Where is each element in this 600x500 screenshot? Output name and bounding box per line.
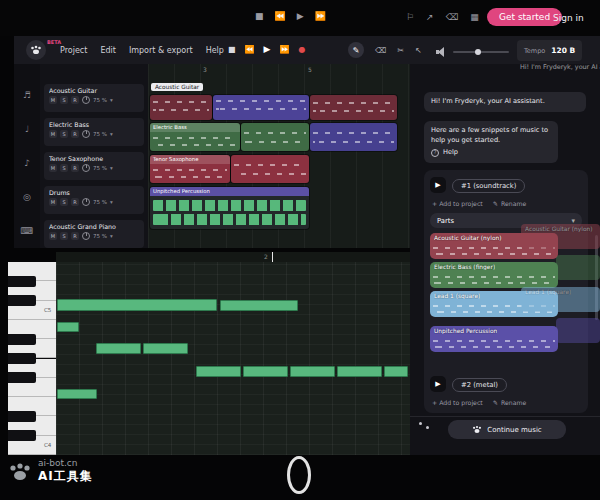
clip-guitar-1[interactable]: [150, 95, 212, 120]
volume-knob[interactable]: [82, 164, 90, 172]
mute-button[interactable]: M: [49, 96, 57, 104]
tempo-control[interactable]: Tempo 120 B: [517, 40, 582, 61]
snippet-2-title[interactable]: #2 (metal): [452, 378, 507, 392]
record-icon[interactable]: ●: [298, 45, 305, 54]
part-card-unpitched-percussion[interactable]: Unpitched Percussion: [430, 326, 558, 352]
piano-key-black[interactable]: [8, 372, 36, 383]
menu-project[interactable]: Project: [60, 46, 87, 55]
drums-icon[interactable]: ◎: [14, 192, 40, 202]
solo-button[interactable]: S: [60, 130, 68, 138]
chevron-down-icon[interactable]: ▾: [110, 199, 113, 205]
arrangement-ruler-mark[interactable]: 3: [203, 66, 207, 73]
midi-note[interactable]: [96, 343, 141, 354]
chevron-down-icon[interactable]: ▾: [110, 165, 113, 171]
piano-key-black[interactable]: [8, 295, 36, 306]
guitar-icon[interactable]: ♬: [14, 90, 40, 100]
mute-button[interactable]: M: [49, 198, 57, 206]
record-arm-button[interactable]: R: [71, 96, 79, 104]
record-arm-button[interactable]: R: [71, 232, 79, 240]
track-row-drums[interactable]: Drums M S R 75 % ▾: [44, 186, 144, 214]
mute-button[interactable]: M: [49, 130, 57, 138]
part-card-electric-bass[interactable]: Electric Bass (finger): [430, 262, 558, 288]
midi-note[interactable]: [220, 300, 298, 311]
piano-key-black[interactable]: [8, 411, 36, 422]
clip-percussion[interactable]: Unpitched Percussion: [150, 187, 309, 229]
clip-bass-1[interactable]: Electric Bass: [150, 123, 240, 151]
piano-keyboard[interactable]: C5 C4: [8, 262, 56, 455]
track-row-acoustic-grand-piano[interactable]: Acoustic Grand Piano M S R 75 % ▾: [44, 220, 144, 248]
piano-icon[interactable]: ⌨: [14, 226, 40, 236]
clip-bass-3[interactable]: [310, 123, 397, 151]
midi-note[interactable]: [57, 322, 79, 332]
clip-label-acoustic-guitar[interactable]: Acoustic Guitar: [151, 83, 203, 91]
cursor-icon[interactable]: ↖: [415, 46, 422, 55]
mute-button[interactable]: M: [49, 232, 57, 240]
piano-key-black[interactable]: [8, 353, 36, 364]
midi-note[interactable]: [196, 366, 241, 377]
playhead-marker[interactable]: [272, 252, 273, 262]
play-icon[interactable]: ▶: [264, 44, 271, 54]
midi-note[interactable]: [337, 366, 382, 377]
rename-button[interactable]: ✎ Rename: [493, 200, 527, 207]
clip-guitar-3[interactable]: [310, 95, 397, 120]
midi-note[interactable]: [57, 389, 97, 399]
piano-roll-grid[interactable]: [56, 262, 410, 455]
forward-icon[interactable]: ⏩: [279, 45, 289, 54]
clip-sax-1[interactable]: Tenor Saxophone: [150, 155, 230, 183]
menu-help[interactable]: Help: [206, 46, 224, 55]
midi-note[interactable]: [243, 366, 288, 377]
play-snippet-2-button[interactable]: ▶: [430, 376, 446, 392]
rename-button[interactable]: ✎ Rename: [493, 399, 527, 406]
midi-note[interactable]: [57, 299, 217, 311]
chevron-down-icon[interactable]: ▾: [110, 131, 113, 137]
record-arm-button[interactable]: R: [71, 198, 79, 206]
clip-bass-2[interactable]: [241, 123, 309, 151]
share-icon[interactable]: ↗: [426, 12, 434, 22]
saxophone-icon[interactable]: ♪: [14, 158, 40, 168]
pencil-tool-button[interactable]: ✎: [348, 42, 364, 58]
clip-sax-2[interactable]: [231, 155, 309, 183]
piano-key-black[interactable]: [8, 276, 36, 287]
stop-icon[interactable]: ■: [255, 11, 264, 21]
snippet-1-title[interactable]: #1 (soundtrack): [452, 179, 525, 193]
clip-guitar-2[interactable]: [213, 95, 309, 120]
piano-roll-ruler-mark[interactable]: 2: [264, 253, 268, 260]
mute-button[interactable]: M: [49, 164, 57, 172]
help-link[interactable]: ? Help: [431, 148, 551, 158]
delete-icon[interactable]: ⌫: [446, 12, 459, 22]
menu-import-export[interactable]: Import & export: [129, 46, 193, 55]
record-arm-button[interactable]: R: [71, 130, 79, 138]
piano-roll-ruler[interactable]: [56, 252, 410, 262]
midi-note[interactable]: [143, 343, 188, 354]
add-to-project-button[interactable]: + Add to project: [432, 399, 483, 406]
grid-icon[interactable]: ▦: [470, 12, 479, 22]
trash-icon[interactable]: ⌫: [375, 46, 386, 55]
sign-in-link[interactable]: Sign in: [553, 13, 584, 23]
app-logo[interactable]: [26, 40, 46, 60]
track-row-acoustic-guitar[interactable]: Acoustic Guitar M S R 75 % ▾: [44, 84, 144, 112]
solo-button[interactable]: S: [60, 96, 68, 104]
track-row-electric-bass[interactable]: Electric Bass M S R 75 % ▾: [44, 118, 144, 146]
play-snippet-1-button[interactable]: ▶: [430, 177, 446, 193]
pin-icon[interactable]: ⚐: [406, 12, 414, 22]
add-to-project-button[interactable]: + Add to project: [432, 200, 483, 207]
solo-button[interactable]: S: [60, 198, 68, 206]
volume-knob[interactable]: [82, 96, 90, 104]
get-started-button[interactable]: Get started: [487, 8, 562, 26]
rewind-icon[interactable]: ⏪: [275, 11, 286, 21]
volume-knob[interactable]: [82, 232, 90, 240]
solo-button[interactable]: S: [60, 232, 68, 240]
piano-key-black[interactable]: [8, 334, 36, 345]
bass-icon[interactable]: ♩: [14, 124, 40, 134]
solo-button[interactable]: S: [60, 164, 68, 172]
volume-slider[interactable]: [453, 51, 509, 53]
continue-music-button[interactable]: Continue music: [448, 420, 566, 439]
record-arm-button[interactable]: R: [71, 164, 79, 172]
track-row-tenor-saxophone[interactable]: Tenor Saxophone M S R 75 % ▾: [44, 152, 144, 180]
piano-key-black[interactable]: [8, 430, 36, 441]
midi-note[interactable]: [384, 366, 408, 377]
arrangement-ruler-mark[interactable]: 5: [308, 66, 312, 73]
chevron-down-icon[interactable]: ▾: [110, 97, 113, 103]
volume-knob[interactable]: [82, 130, 90, 138]
volume-knob[interactable]: [82, 198, 90, 206]
